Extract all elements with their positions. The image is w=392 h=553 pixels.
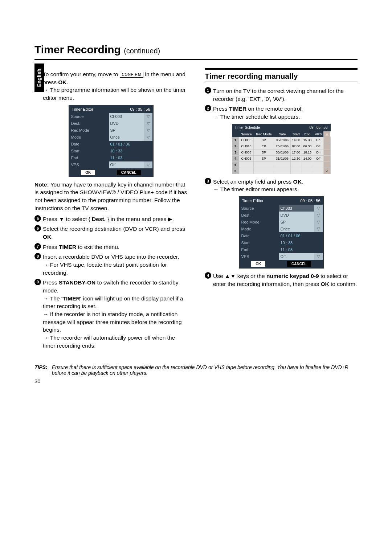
editor-row: SourceCh003▽ xyxy=(70,113,152,120)
field-value[interactable]: 01 / 01 / 06 xyxy=(279,232,323,239)
timer-schedule-table: SourceRec ModeDateStartEndVPS△ 1CH003SP0… xyxy=(232,131,331,174)
result-arrow-icon xyxy=(213,114,220,120)
field-label: Start xyxy=(240,239,279,246)
editor-row: End11 : 03 xyxy=(70,155,152,161)
panel-time: 09 : 05 : 56 xyxy=(300,198,320,203)
result-arrow-icon xyxy=(43,262,50,268)
dropdown-icon[interactable]: ▽ xyxy=(144,127,152,134)
dropdown-icon[interactable]: ▽ xyxy=(314,225,323,232)
table-row[interactable]: 1CH003SP05/01/0614.0015.30On xyxy=(232,137,330,143)
table-cell: 15.30 xyxy=(302,137,313,143)
r-step-1: 1 Turn on the TV to the correct viewing … xyxy=(205,87,358,103)
field-value[interactable]: 10 : 33 xyxy=(109,148,152,155)
dropdown-icon[interactable]: ▽ xyxy=(314,212,323,218)
cancel-button[interactable]: CANCEL xyxy=(117,170,141,175)
editor-row: End11 : 03 xyxy=(240,246,323,253)
table-cell: CH005 xyxy=(239,155,254,161)
table-row[interactable]: 4CH005SP31/01/0612.3014.00Off xyxy=(232,155,330,161)
dropdown-icon[interactable]: ▽ xyxy=(144,161,152,168)
editor-row: VPSOff▽ xyxy=(240,253,323,260)
table-cell xyxy=(313,161,323,168)
editor-row: Rec ModeSP▽ xyxy=(240,218,323,225)
language-label: English xyxy=(36,69,42,87)
step-number-icon: 2 xyxy=(205,105,211,111)
scroll-track xyxy=(323,155,330,161)
table-cell: 31/01/06 xyxy=(274,155,290,161)
step-4: 4 To confirm your entry, move to CONFIRM… xyxy=(34,70,187,102)
field-value[interactable]: Off xyxy=(279,253,314,260)
section-rule: Timer recording manually xyxy=(205,68,358,82)
editor-row: Rec ModeSP▽ xyxy=(70,127,152,134)
table-row[interactable]: 2CH010EP25/01/0602.0006.30Off xyxy=(232,143,330,149)
step-number-icon: 1 xyxy=(205,87,211,94)
language-tab: English xyxy=(34,64,44,92)
table-cell: On xyxy=(313,137,323,143)
result-arrow-icon xyxy=(43,335,50,341)
table-row[interactable]: 6▽ xyxy=(232,168,330,174)
step-number-icon: 8 xyxy=(34,253,41,259)
table-header: VPS xyxy=(313,131,323,137)
field-label: VPS xyxy=(70,161,109,168)
r-step-4: 4 Use ▲▼ keys or the numeric keypad 0-9 … xyxy=(205,272,358,288)
step-8: 8 Insert a recordable DVD or VHS tape in… xyxy=(34,253,187,276)
table-row[interactable]: 3CH008SP30/01/0617.0018.15On xyxy=(232,149,330,155)
timer-schedule-panel: Timer Schedule 09 : 05 : 56 SourceRec Mo… xyxy=(232,124,331,174)
field-value[interactable]: DVD xyxy=(109,120,144,127)
timer-editor-panel: Timer Editor 09 : 05 : 56 SourceCh003▽De… xyxy=(239,196,324,269)
field-value[interactable]: Once xyxy=(279,225,314,232)
field-value[interactable]: 10 : 33 xyxy=(279,239,323,246)
table-cell: 25/01/06 xyxy=(274,143,290,149)
field-label: End xyxy=(240,246,279,253)
confirm-inline-button: CONFIRM xyxy=(120,72,144,78)
field-label: Mode xyxy=(70,134,109,141)
dropdown-icon[interactable]: ▽ xyxy=(144,134,152,141)
step-9: 9 Press STANDBY-ON to switch the recorde… xyxy=(34,279,187,349)
dropdown-icon[interactable]: ▽ xyxy=(314,218,323,225)
field-value[interactable]: 01 / 01 / 06 xyxy=(109,141,152,148)
dropdown-icon[interactable]: ▽ xyxy=(314,253,323,260)
field-value[interactable]: SP xyxy=(109,127,144,134)
scroll-down-icon[interactable]: ▽ xyxy=(323,168,330,174)
field-value[interactable]: DVD xyxy=(279,212,314,218)
field-value[interactable]: 11 : 03 xyxy=(109,155,152,161)
editor-row: Start10 : 33 xyxy=(70,148,152,155)
scroll-up-icon[interactable]: △ xyxy=(323,131,330,137)
table-cell xyxy=(239,168,254,174)
editor-row: Dest.DVD▽ xyxy=(70,120,152,127)
dropdown-icon[interactable]: ▽ xyxy=(144,113,152,120)
field-value[interactable]: Once xyxy=(109,134,144,141)
field-value[interactable]: Off xyxy=(109,161,144,168)
field-value[interactable]: Ch003 xyxy=(109,113,144,120)
table-cell: SP xyxy=(254,155,274,161)
table-cell: EP xyxy=(254,143,274,149)
ok-button[interactable]: OK xyxy=(81,170,95,175)
table-cell: 17.00 xyxy=(290,149,302,155)
table-cell xyxy=(290,168,302,174)
field-value[interactable]: Ch003 xyxy=(279,205,314,212)
cancel-button[interactable]: CANCEL xyxy=(287,261,311,267)
step-number-icon: 7 xyxy=(34,243,41,250)
field-label: Start xyxy=(70,148,109,155)
panel-title: Timer Editor xyxy=(242,198,264,203)
timer-editor-panel: Timer Editor 09 : 05 : 56 SourceCh003▽De… xyxy=(69,105,154,177)
editor-row: Date01 / 01 / 06 xyxy=(70,141,152,148)
panel-time: 09 : 05 : 56 xyxy=(130,107,150,111)
table-cell: 06.30 xyxy=(302,143,313,149)
table-header: Rec Mode xyxy=(254,131,274,137)
dropdown-icon[interactable]: ▽ xyxy=(314,205,323,212)
ok-button[interactable]: OK xyxy=(251,261,265,267)
table-cell: 3 xyxy=(232,149,239,155)
field-value[interactable]: SP xyxy=(279,218,314,225)
editor-row: Start10 : 33 xyxy=(240,239,323,246)
timer-editor-table: SourceCh003▽Dest.DVD▽Rec ModeSP▽ModeOnce… xyxy=(70,113,152,168)
field-value[interactable]: 11 : 03 xyxy=(279,246,323,253)
editor-row: VPSOff▽ xyxy=(70,161,152,168)
panel-title: Timer Editor xyxy=(72,107,94,111)
dropdown-icon[interactable]: ▽ xyxy=(144,120,152,127)
table-cell: SP xyxy=(254,137,274,143)
table-cell: 12.30 xyxy=(290,155,302,161)
field-label: Date xyxy=(240,232,279,239)
table-cell: On xyxy=(313,149,323,155)
r-step-3: 3 Select an empty field and press OK. Th… xyxy=(205,178,358,193)
table-row[interactable]: 5 xyxy=(232,161,330,168)
